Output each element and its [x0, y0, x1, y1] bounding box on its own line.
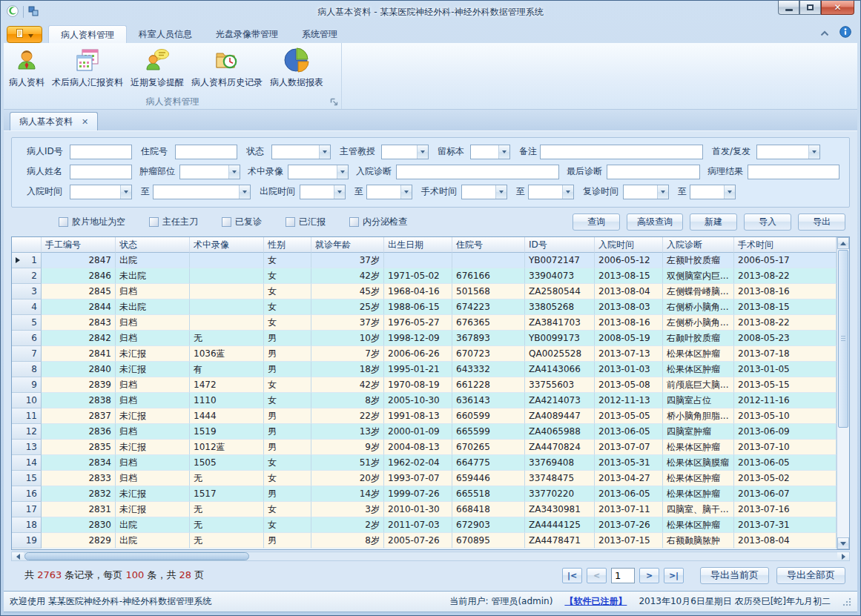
- last-page-button[interactable]: >|: [664, 568, 684, 583]
- surgery-video-select-dropdown[interactable]: [337, 165, 348, 179]
- table-row-13[interactable]: 132835未汇报1012蓝男9岁2004-08-13670265ZA44708…: [12, 440, 837, 455]
- header-surgery-date[interactable]: 手术时间: [734, 237, 837, 253]
- header-id-no[interactable]: ID号: [525, 237, 595, 253]
- table-row-3[interactable]: 32845归档女45岁1968-04-16501568ZA25805442013…: [12, 284, 837, 299]
- export-all-pages-button[interactable]: 导出全部页: [776, 567, 845, 584]
- surgery-date-from-select[interactable]: [461, 185, 507, 199]
- surgery-date-from-select-dropdown[interactable]: [495, 185, 507, 199]
- ribbon-tab-department-staff[interactable]: 科室人员信息: [127, 25, 204, 43]
- discharge-date-to-select[interactable]: [366, 185, 412, 199]
- specimen-select-dropdown[interactable]: [498, 145, 509, 159]
- discharge-date-from-select-dropdown[interactable]: [334, 185, 345, 199]
- vertical-scrollbar[interactable]: [837, 237, 849, 549]
- remarks-input[interactable]: [540, 145, 703, 159]
- tumor-site-select-dropdown[interactable]: [228, 165, 240, 179]
- professor-select-dropdown[interactable]: [417, 145, 428, 159]
- table-row-16[interactable]: 162832未汇报1517男14岁1999-07-266655183377022…: [12, 486, 837, 502]
- dialog-launcher-icon[interactable]: [329, 98, 338, 107]
- surgery-date-to-select[interactable]: [528, 185, 574, 199]
- prev-page-button[interactable]: <: [587, 568, 607, 583]
- status-select-dropdown[interactable]: [319, 145, 330, 159]
- status-select[interactable]: [271, 145, 331, 159]
- table-row-12[interactable]: 122836归档1519男13岁2000-01-09665599ZA406598…: [12, 424, 837, 440]
- table-row-2[interactable]: 22846未出院女42岁1971-05-02676166339040732013…: [12, 268, 837, 284]
- scroll-right-button[interactable]: [837, 552, 849, 560]
- pathology-result-input[interactable]: [748, 165, 839, 179]
- header-admission-date[interactable]: 入院时间: [595, 237, 663, 253]
- vertical-scroll-track[interactable]: [837, 428, 849, 537]
- table-row-8[interactable]: 82840未汇报有男18岁1995-01-21643332ZA414306620…: [12, 362, 837, 377]
- table-row-9[interactable]: 92839归档1472女42岁1970-08-19661228337556032…: [12, 377, 837, 393]
- first-or-recurrence-select[interactable]: [756, 145, 820, 159]
- query-button[interactable]: 查询: [573, 213, 620, 231]
- table-row-18[interactable]: 182830出院无女2岁2011-07-03672903ZA4444125201…: [12, 517, 837, 533]
- header-birth-date[interactable]: 出生日期: [384, 237, 452, 253]
- reported-checkbox[interactable]: 已汇报: [286, 216, 326, 228]
- table-row-6[interactable]: 62842归档无男10岁1998-12-09367893YB0099173200…: [12, 331, 837, 346]
- next-page-button[interactable]: >: [639, 568, 659, 583]
- first-or-recurrence-select-dropdown[interactable]: [808, 145, 819, 159]
- header-admission-no[interactable]: 住院号: [452, 237, 525, 253]
- header-admission-diagnosis[interactable]: 入院诊断: [663, 237, 734, 253]
- tumor-site-select[interactable]: [179, 165, 240, 179]
- admission-date-to-select[interactable]: [153, 185, 251, 199]
- patient-name-input[interactable]: [70, 165, 132, 179]
- revisited-checkbox[interactable]: 已复诊: [222, 216, 262, 228]
- scroll-down-button[interactable]: [837, 537, 849, 549]
- scroll-up-button[interactable]: [837, 237, 849, 249]
- software-registered-link[interactable]: 【软件已注册】: [564, 595, 627, 608]
- admission-date-to-select-dropdown[interactable]: [239, 185, 250, 199]
- doc-tab-close-icon[interactable]: ✕: [82, 117, 88, 127]
- horizontal-scroll-track[interactable]: [250, 552, 837, 560]
- surgery-date-to-select-dropdown[interactable]: [562, 185, 573, 199]
- table-row-7[interactable]: 72841未汇报1036蓝男7岁2006-06-26670723QA002552…: [12, 346, 837, 362]
- new-button[interactable]: 新建: [690, 213, 737, 231]
- patient-history-button[interactable]: 病人资料历史记录: [188, 46, 266, 90]
- admission-no-input[interactable]: [175, 145, 237, 159]
- first-page-button[interactable]: |<: [562, 568, 582, 583]
- revisit-date-from-select-dropdown[interactable]: [657, 185, 668, 199]
- table-row-19[interactable]: 192829出院无男8岁2005-07-26670895ZA4478471201…: [12, 533, 837, 549]
- import-button[interactable]: 导入: [744, 213, 791, 231]
- patient-info-button[interactable]: 病人资料: [5, 46, 48, 90]
- specimen-select[interactable]: [470, 145, 510, 159]
- chief-surgeon-checkbox[interactable]: 主任主刀: [149, 216, 198, 228]
- header-gender[interactable]: 性别: [264, 237, 311, 253]
- export-current-page-button[interactable]: 导出当前页: [700, 567, 769, 584]
- horizontal-scroll-thumb[interactable]: [24, 552, 249, 560]
- table-row-11[interactable]: 112837未汇报1444男22岁1991-08-13660599ZA40894…: [12, 408, 837, 424]
- advanced-query-button[interactable]: 高级查询: [627, 213, 683, 231]
- revisit-date-from-select[interactable]: [623, 185, 669, 199]
- admission-diagnosis-input[interactable]: [396, 165, 559, 179]
- export-button[interactable]: 导出: [798, 213, 845, 231]
- endocrine-exam-checkbox[interactable]: 内分泌检查: [349, 216, 407, 228]
- revisit-reminder-button[interactable]: 近期复诊提醒: [127, 46, 188, 90]
- table-row-14[interactable]: 142834归档1505女51岁1962-02-0466477533769408…: [12, 455, 837, 471]
- doc-tab-patient-basic-info[interactable]: 病人基本资料 ✕: [10, 112, 98, 130]
- table-row-5[interactable]: 52843归档女37岁1976-05-27676365ZA38417032013…: [12, 315, 837, 331]
- header-age[interactable]: 就诊年龄: [311, 237, 384, 253]
- close-button[interactable]: ✕: [821, 1, 854, 15]
- scroll-left-button[interactable]: [12, 552, 24, 560]
- resize-grip-icon[interactable]: [842, 597, 851, 606]
- ribbon-tab-patient-data-management[interactable]: 病人资料管理: [48, 25, 127, 43]
- table-row-17[interactable]: 172831未汇报无女3岁2010-01-30668418ZA343098120…: [12, 502, 837, 517]
- film-address-empty-checkbox[interactable]: 胶片地址为空: [59, 216, 125, 228]
- ribbon-tab-disc-video-management[interactable]: 光盘录像带管理: [204, 25, 290, 43]
- postop-report-button[interactable]: 术后病人汇报资料: [48, 46, 127, 90]
- info-icon[interactable]: [839, 26, 851, 40]
- patient-report-button[interactable]: 病人数据报表: [266, 46, 327, 90]
- horizontal-scrollbar[interactable]: [11, 552, 850, 561]
- collapse-ribbon-icon[interactable]: [820, 28, 829, 39]
- table-row-4[interactable]: 42844未出院女25岁1988-06-15674223338052682013…: [12, 299, 837, 315]
- table-row-1[interactable]: 12847出院女37岁YB00721472006-05-12左额叶胶质瘤2006…: [12, 253, 837, 268]
- admission-date-from-select-dropdown[interactable]: [120, 185, 131, 199]
- revisit-date-to-select-dropdown[interactable]: [724, 185, 735, 199]
- page-input[interactable]: [611, 568, 635, 583]
- admission-date-from-select[interactable]: [70, 185, 132, 199]
- discharge-date-from-select[interactable]: [300, 185, 346, 199]
- discharge-date-to-select-dropdown[interactable]: [400, 185, 412, 199]
- header-surgery-video[interactable]: 术中录像: [190, 237, 264, 253]
- application-menu-button[interactable]: [7, 26, 42, 43]
- professor-select[interactable]: [381, 145, 429, 159]
